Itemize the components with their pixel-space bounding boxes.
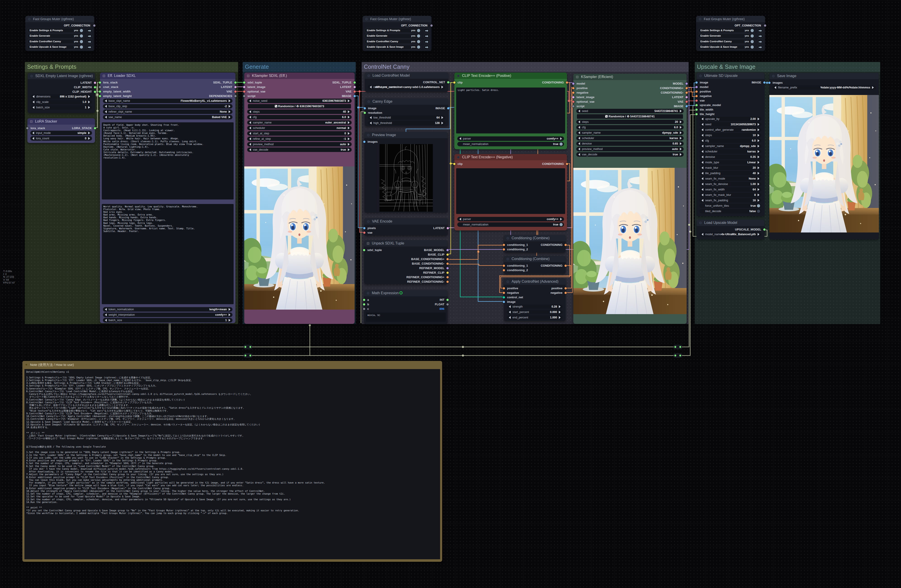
toggle-icon[interactable]: [757, 210, 760, 213]
input-port-optional_vae[interactable]: [572, 101, 574, 103]
increment-icon[interactable]: [758, 118, 759, 120]
decrement-icon[interactable]: [249, 121, 251, 124]
muter-toggle-enable-controlnet-canny[interactable]: Enable ControlNet Cannyyes: [364, 39, 422, 44]
decrement-icon[interactable]: [370, 122, 372, 125]
widget-scheduler[interactable]: schedulerkarras: [576, 136, 684, 140]
randomize-button[interactable]: Randomize / ♻ 544372158648741: [577, 114, 683, 119]
input-port-negative[interactable]: [572, 92, 574, 94]
note-body[interactable]: DetailUpWithControlNetCanny v11.Settings…: [24, 368, 441, 560]
output-port-SDXL_TUPLE[interactable]: [354, 81, 356, 84]
muter-toggle-enable-settings-prompts[interactable]: Enable Settings & Promptsyes: [364, 28, 422, 33]
increment-icon[interactable]: [758, 156, 759, 158]
collapse-icon[interactable]: [368, 75, 370, 77]
jump-to-group-button[interactable]: [757, 45, 763, 50]
widget-vae_decode[interactable]: vae_decodetrue: [576, 152, 684, 157]
widget-sampler_name[interactable]: sampler_namedpmpp_sde: [700, 144, 761, 148]
output-port-CONDITIONING+[interactable]: [686, 87, 688, 89]
increment-icon[interactable]: [559, 311, 561, 313]
muter-toggle-enable-upscale-save-image[interactable]: Enable Upscale & Save Imageyes: [698, 45, 755, 50]
widget-mean_normalization[interactable]: mean_normalizationtrue: [457, 142, 564, 146]
increment-icon[interactable]: [560, 218, 562, 220]
widget-clip_scale[interactable]: clip_scale1.0: [31, 100, 92, 104]
jump-to-group-button[interactable]: [423, 45, 430, 50]
toggle-circle-icon[interactable]: [80, 40, 83, 43]
increment-icon[interactable]: [680, 110, 682, 112]
widget-denoise[interactable]: denoise0.35: [700, 155, 761, 159]
node-fast-groups-muter-2[interactable]: Fast Groups Muter (rgthree)OPT_CONNECTIO…: [363, 16, 432, 51]
muter-toggle-enable-controlnet-canny[interactable]: Enable ControlNet Cannyyes: [698, 39, 755, 44]
widget-base_ckpt_name[interactable]: base_ckpt_nameFlowerMixBerryXL_v1.safete…: [103, 98, 232, 103]
input-port-empty_latent_width[interactable]: [99, 90, 101, 93]
decrement-icon[interactable]: [105, 308, 107, 311]
widget-scheduler[interactable]: schedulerkarras: [700, 149, 761, 154]
decrement-icon[interactable]: [105, 100, 107, 102]
jump-to-group-button[interactable]: [86, 39, 92, 44]
positive-prompt-textarea[interactable]: Depth of field. Upper body shot. Shootin…: [102, 122, 234, 200]
increment-icon[interactable]: [680, 120, 682, 123]
widget-start_at_step[interactable]: start_at_step0: [247, 131, 352, 136]
jump-to-group-button[interactable]: [423, 39, 430, 44]
decrement-icon[interactable]: [701, 199, 703, 202]
decrement-icon[interactable]: [249, 116, 251, 119]
decrement-icon[interactable]: [578, 110, 580, 112]
increment-icon[interactable]: [229, 100, 231, 102]
increment-icon[interactable]: [872, 86, 874, 89]
node-fast-groups-muter-3[interactable]: Fast Groups Muter (rgthree)OPT_CONNECTIO…: [696, 16, 765, 51]
widget-seam_fix_padding[interactable]: seam_fix_padding16: [700, 198, 761, 203]
increment-icon[interactable]: [680, 148, 682, 150]
increment-icon[interactable]: [348, 143, 350, 146]
input-port-image[interactable]: [364, 107, 366, 109]
widget-high_threshold[interactable]: high_threshold128: [368, 121, 445, 125]
collapse-icon[interactable]: [368, 100, 370, 103]
input-port-latent_image[interactable]: [572, 96, 574, 98]
input-port-conditioning_2[interactable]: [503, 248, 505, 251]
decrement-icon[interactable]: [701, 145, 703, 147]
toggle-circle-icon[interactable]: [751, 45, 754, 48]
toggle-icon[interactable]: [560, 142, 563, 146]
muter-toggle-enable-upscale-save-image[interactable]: Enable Upscale & Save Imageyes: [27, 45, 84, 50]
input-port-positive[interactable]: [572, 87, 574, 89]
decrement-icon[interactable]: [33, 101, 34, 103]
muter-toggle-enable-upscale-save-image[interactable]: Enable Upscale & Save Imageyes: [364, 45, 422, 50]
output-port-positive[interactable]: [564, 287, 567, 290]
output-port-BASE_CLIP[interactable]: [446, 254, 449, 256]
increment-icon[interactable]: [758, 139, 759, 142]
decrement-icon[interactable]: [701, 161, 703, 164]
increment-icon[interactable]: [88, 101, 90, 103]
increment-icon[interactable]: [348, 148, 350, 151]
collapse-icon[interactable]: [30, 120, 33, 123]
widget-seed[interactable]: seed544372158648741: [576, 109, 684, 113]
decrement-icon[interactable]: [105, 105, 107, 108]
widget-vae_name[interactable]: vae_nameBaked VAE: [103, 115, 232, 119]
widget-cfg[interactable]: cfg6.0: [247, 115, 352, 119]
widget-steps[interactable]: steps10: [700, 133, 761, 137]
increment-icon[interactable]: [680, 131, 682, 134]
output-port-FLOAT[interactable]: [446, 303, 449, 306]
increment-icon[interactable]: [348, 100, 350, 102]
widget-seam_fix_mode[interactable]: seam_fix_modeNone: [700, 176, 761, 181]
node-eff-loader-sdxl[interactable]: Eff. Loader SDXLlora_stackSDXL_TUPLEcnet…: [100, 73, 235, 323]
widget-strength[interactable]: strength0.28: [507, 304, 563, 309]
jump-to-group-button[interactable]: [86, 34, 92, 39]
input-port-negative[interactable]: [695, 95, 698, 97]
decrement-icon[interactable]: [32, 132, 34, 134]
widget-input_mode[interactable]: input_modesimple: [30, 131, 92, 135]
output-port-LATENT[interactable]: [94, 82, 96, 84]
increment-icon[interactable]: [758, 199, 759, 202]
decrement-icon[interactable]: [33, 95, 34, 98]
decrement-icon[interactable]: [774, 86, 776, 89]
muter-toggle-enable-controlnet-canny[interactable]: Enable ControlNet Cannyyes: [27, 39, 84, 44]
widget-cfg[interactable]: cfg6.0: [700, 139, 761, 143]
increment-icon[interactable]: [88, 95, 90, 98]
collapse-icon[interactable]: [507, 237, 509, 240]
output-port-CONTROL_NET[interactable]: [447, 81, 449, 83]
decrement-icon[interactable]: [509, 305, 511, 308]
output-port-VAE[interactable]: [686, 101, 688, 103]
decrement-icon[interactable]: [249, 110, 251, 113]
input-port-cnet_stack[interactable]: [99, 86, 101, 88]
decrement-icon[interactable]: [701, 156, 703, 158]
decrement-icon[interactable]: [701, 167, 703, 169]
widget-filename_prefix[interactable]: filename_prefix%date:yyyy-MM-dd%/%date:h…: [772, 85, 876, 90]
collapse-icon[interactable]: [367, 292, 369, 295]
output-port-REFINER_CLIP[interactable]: [446, 271, 449, 274]
